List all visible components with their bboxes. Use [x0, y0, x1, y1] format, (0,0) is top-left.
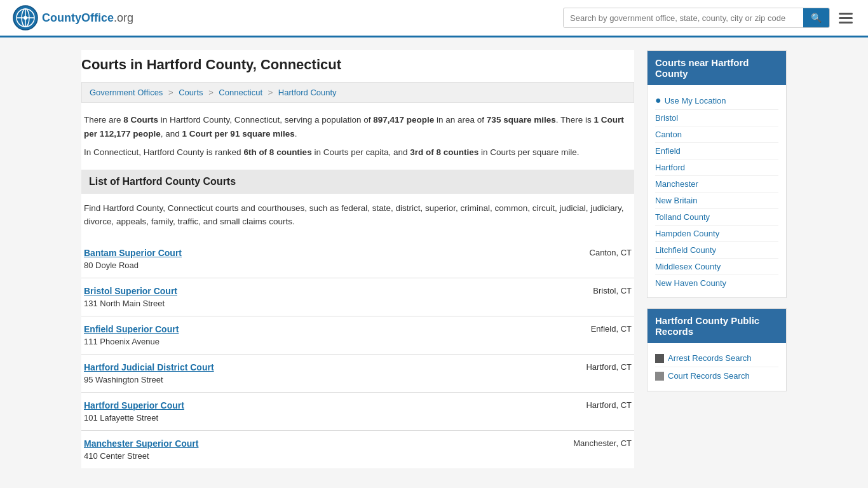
court-list-item: Hartford Superior Court 101 Lafayette St… — [81, 393, 634, 431]
court-city-state: Canton, CT — [590, 248, 632, 257]
court-icon — [655, 372, 664, 381]
sidebar-nearby-content: ● Use My Location BristolCantonEnfieldHa… — [648, 85, 786, 297]
court-address: 95 Washington Street — [84, 375, 163, 384]
sidebar-nearby-link[interactable]: New Britain — [655, 193, 778, 209]
info-area: 735 square miles — [487, 115, 556, 125]
breadcrumb-sep-1: > — [168, 88, 173, 97]
breadcrumb: Government Offices > Courts > Connecticu… — [81, 82, 634, 103]
info-paragraph-2: In Connecticut, Hartford County is ranke… — [84, 146, 632, 159]
court-name[interactable]: Bristol Superior Court — [84, 286, 177, 296]
svg-point-5 — [24, 16, 27, 20]
court-list-item: Hartford Judicial District Court 95 Wash… — [81, 355, 634, 393]
sidebar-nearby-link[interactable]: New Haven County — [655, 275, 778, 291]
breadcrumb-courts[interactable]: Courts — [179, 88, 203, 97]
menu-line-2 — [839, 17, 853, 19]
search-input[interactable] — [564, 9, 803, 27]
court-list-item: Enfield Superior Court 111 Phoenix Avenu… — [81, 316, 634, 355]
court-info: Enfield Superior Court 111 Phoenix Avenu… — [84, 324, 179, 346]
menu-line-1 — [839, 13, 853, 15]
site-header: CountyOffice.org 🔍 — [0, 0, 868, 37]
info-section: There are 8 Courts in Hartford County, C… — [81, 113, 634, 159]
info-rank-sqmile: 3rd of 8 counties — [410, 147, 478, 157]
court-address: 80 Doyle Road — [84, 261, 139, 270]
sidebar-record-link[interactable]: Arrest Records Search — [655, 349, 778, 367]
breadcrumb-sep-2: > — [208, 88, 214, 97]
page-title: Courts in Hartford County, Connecticut — [81, 50, 634, 82]
record-link-label: Arrest Records Search — [668, 353, 752, 363]
sidebar-nearby-link[interactable]: Tolland County — [655, 209, 778, 226]
sidebar-nearby-link[interactable]: Bristol — [655, 110, 778, 126]
logo-tld: .org — [114, 11, 133, 24]
court-list-item: Bristol Superior Court 131 North Main St… — [81, 278, 634, 316]
sidebar-nearby-link[interactable]: Manchester — [655, 176, 778, 193]
info-rank-capita: 6th of 8 counties — [243, 147, 311, 157]
search-icon: 🔍 — [811, 13, 822, 23]
sidebar-nearby-title: Courts near Hartford County — [648, 51, 786, 85]
sidebar-records-content: Arrest Records SearchCourt Records Searc… — [648, 343, 786, 391]
sidebar-records-title: Hartford County Public Records — [648, 309, 786, 343]
logo-icon — [13, 5, 38, 30]
court-city-state: Enfield, CT — [591, 324, 632, 334]
court-name[interactable]: Hartford Judicial District Court — [84, 362, 214, 372]
location-icon: ● — [655, 95, 661, 106]
record-link-label: Court Records Search — [668, 371, 750, 381]
info-paragraph-1: There are 8 Courts in Hartford County, C… — [84, 113, 632, 140]
court-city-state: Hartford, CT — [586, 400, 632, 410]
court-city-state: Bristol, CT — [593, 286, 632, 295]
breadcrumb-connecticut[interactable]: Connecticut — [219, 88, 262, 97]
court-list-item: Bantam Superior Court 80 Doyle Road Cant… — [81, 240, 634, 278]
search-bar: 🔍 — [563, 8, 830, 28]
info-population: 897,417 people — [373, 115, 434, 125]
sidebar-record-link[interactable]: Court Records Search — [655, 367, 778, 384]
court-city-state: Manchester, CT — [573, 438, 632, 448]
header-right: 🔍 — [563, 8, 855, 28]
sidebar-records-links: Arrest Records SearchCourt Records Searc… — [655, 349, 778, 384]
breadcrumb-gov-offices[interactable]: Government Offices — [90, 88, 163, 97]
sidebar: Courts near Hartford County ● Use My Loc… — [647, 50, 787, 468]
sidebar-nearby-box: Courts near Hartford County ● Use My Loc… — [647, 50, 787, 298]
court-city-state: Hartford, CT — [586, 362, 632, 372]
court-address: 131 North Main Street — [84, 299, 165, 308]
main-container: Courts in Hartford County, Connecticut G… — [72, 37, 796, 481]
breadcrumb-hartford-county[interactable]: Hartford County — [278, 88, 337, 97]
menu-button[interactable] — [836, 10, 855, 26]
court-info: Manchester Superior Court 410 Center Str… — [84, 438, 198, 461]
court-info: Bristol Superior Court 131 North Main St… — [84, 286, 177, 308]
sidebar-nearby-link[interactable]: Enfield — [655, 143, 778, 159]
sidebar-nearby-link[interactable]: Hampden County — [655, 226, 778, 242]
use-location-label: Use My Location — [665, 96, 726, 105]
court-info: Hartford Judicial District Court 95 Wash… — [84, 362, 214, 384]
court-address: 111 Phoenix Avenue — [84, 337, 159, 346]
court-info: Hartford Superior Court 101 Lafayette St… — [84, 400, 184, 423]
sidebar-nearby-link[interactable]: Litchfield County — [655, 242, 778, 259]
court-name[interactable]: Enfield Superior Court — [84, 324, 179, 334]
court-list: Bantam Superior Court 80 Doyle Road Cant… — [81, 240, 634, 468]
sidebar-nearby-links: BristolCantonEnfieldHartfordManchesterNe… — [655, 110, 778, 291]
court-address: 410 Center Street — [84, 451, 149, 461]
sidebar-nearby-link[interactable]: Middlesex County — [655, 259, 778, 275]
sidebar-records-box: Hartford County Public Records Arrest Re… — [647, 308, 787, 391]
list-header: List of Hartford County Courts — [81, 170, 634, 194]
sidebar-nearby-link[interactable]: Canton — [655, 126, 778, 143]
info-courts-count: 8 Courts — [123, 115, 158, 125]
content-area: Courts in Hartford County, Connecticut G… — [81, 50, 634, 468]
court-address: 101 Lafayette Street — [84, 413, 158, 423]
court-name[interactable]: Bantam Superior Court — [84, 248, 182, 258]
logo-area[interactable]: CountyOffice.org — [13, 5, 133, 30]
court-info: Bantam Superior Court 80 Doyle Road — [84, 248, 182, 270]
logo-text: CountyOffice.org — [42, 11, 133, 25]
search-button[interactable]: 🔍 — [803, 8, 829, 27]
info-per-sqmile: 1 Court per 91 square miles — [182, 129, 295, 139]
breadcrumb-sep-3: > — [268, 88, 273, 97]
court-name[interactable]: Manchester Superior Court — [84, 438, 198, 449]
court-list-description: Find Hartford County, Connecticut courts… — [81, 201, 634, 229]
use-location-button[interactable]: ● Use My Location — [655, 92, 778, 110]
sidebar-nearby-link[interactable]: Hartford — [655, 159, 778, 176]
square-icon — [655, 354, 664, 363]
court-list-item: Manchester Superior Court 410 Center Str… — [81, 431, 634, 468]
menu-line-3 — [839, 22, 853, 24]
court-name[interactable]: Hartford Superior Court — [84, 400, 184, 410]
